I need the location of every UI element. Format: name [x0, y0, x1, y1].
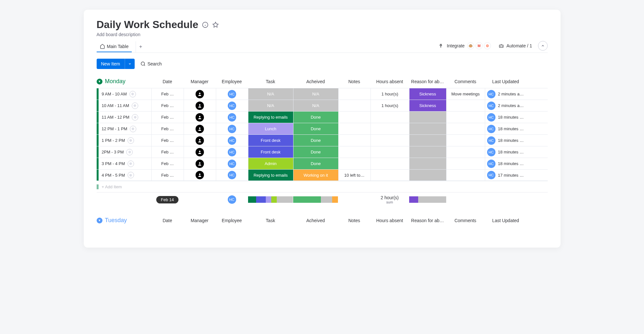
tab-main-table[interactable]: Main Table [97, 41, 132, 52]
reason-cell[interactable] [409, 112, 446, 123]
col-header-reason[interactable]: Reason for ab… [409, 79, 446, 84]
date-cell[interactable]: Feb … [151, 135, 184, 146]
date-cell[interactable]: Feb … [151, 123, 184, 134]
table-row[interactable]: 3 PM - 4 PM ⊕ Feb … HC Admin Done HC 18 … [97, 158, 548, 169]
info-icon[interactable] [202, 22, 208, 28]
task-cell[interactable]: Replying to emails [248, 170, 293, 181]
employee-cell[interactable]: HC [216, 100, 248, 111]
date-cell[interactable]: Feb … [151, 112, 184, 123]
last-updated-cell[interactable]: HC 18 minutes … [485, 112, 527, 123]
item-name-cell[interactable]: 4 PM - 5 PM ⊕ [97, 170, 151, 181]
item-name-cell[interactable]: 9 AM - 10 AM ⊕ [97, 88, 151, 100]
col-header-achieved[interactable]: Acheived [293, 79, 338, 84]
employee-cell[interactable]: HC [216, 135, 248, 146]
notes-cell[interactable] [338, 158, 370, 169]
group-name-cell[interactable]: ▾ Monday [97, 78, 151, 85]
collapse-button[interactable] [538, 41, 548, 51]
col-header-hours-absent[interactable]: Hours absent [370, 79, 409, 84]
manager-cell[interactable] [184, 112, 216, 123]
manager-cell[interactable] [184, 100, 216, 111]
col-header-comments[interactable]: Comments [446, 79, 485, 84]
new-item-button[interactable]: New Item [97, 59, 125, 69]
task-cell[interactable]: Front desk [248, 146, 293, 158]
achieved-cell[interactable]: Done [293, 123, 338, 134]
employee-cell[interactable]: HC [216, 112, 248, 123]
hours-absent-cell[interactable] [370, 158, 409, 169]
comments-cell[interactable] [446, 158, 485, 169]
reason-cell[interactable] [409, 170, 446, 181]
hours-absent-cell[interactable] [370, 146, 409, 158]
hours-absent-cell[interactable]: 1 hour(s) [370, 100, 409, 111]
reason-cell[interactable] [409, 123, 446, 134]
manager-cell[interactable] [184, 88, 216, 100]
col-header-comments[interactable]: Comments [446, 218, 485, 223]
automate-button[interactable]: Automate / 1 [497, 42, 534, 50]
expand-icon[interactable]: ⊕ [126, 149, 133, 155]
expand-icon[interactable]: ⊕ [132, 114, 138, 121]
comments-cell[interactable] [446, 170, 485, 181]
employee-cell[interactable]: HC [216, 170, 248, 181]
col-header-employee[interactable]: Employee [216, 79, 248, 84]
last-updated-cell[interactable]: HC 18 minutes … [485, 135, 527, 146]
hours-absent-cell[interactable] [370, 170, 409, 181]
table-row[interactable]: 1 PM - 2 PM ⊕ Feb … HC Front desk Done H… [97, 134, 548, 146]
task-cell[interactable]: Lunch [248, 123, 293, 134]
comments-cell[interactable]: Move meetings [446, 88, 485, 100]
col-header-reason[interactable]: Reason for ab… [409, 218, 446, 223]
col-header-manager[interactable]: Manager [184, 218, 216, 223]
item-name-cell[interactable]: 10 AM - 11 AM ⊕ [97, 100, 151, 111]
comments-cell[interactable] [446, 146, 485, 158]
date-cell[interactable]: Feb … [151, 158, 184, 169]
reason-cell[interactable] [409, 158, 446, 169]
task-cell[interactable]: Replying to emails [248, 112, 293, 123]
date-cell[interactable]: Feb … [151, 88, 184, 100]
item-name-cell[interactable]: 3 PM - 4 PM ⊕ [97, 158, 151, 169]
date-cell[interactable]: Feb … [151, 170, 184, 181]
task-cell[interactable]: N/A [248, 88, 293, 100]
notes-cell[interactable] [338, 88, 370, 100]
employee-cell[interactable]: HC [216, 88, 248, 100]
last-updated-cell[interactable]: HC 18 minutes … [485, 158, 527, 169]
expand-icon[interactable]: ⊕ [128, 161, 134, 167]
expand-icon[interactable]: ⊕ [130, 91, 136, 97]
table-row[interactable]: 4 PM - 5 PM ⊕ Feb … HC Replying to email… [97, 169, 548, 181]
employee-cell[interactable]: HC [216, 146, 248, 158]
last-updated-cell[interactable]: HC 18 minutes … [485, 146, 527, 158]
achieved-cell[interactable]: Done [293, 158, 338, 169]
star-icon[interactable] [212, 22, 219, 28]
expand-icon[interactable]: ⊕ [128, 137, 134, 144]
notes-cell[interactable] [338, 146, 370, 158]
table-row[interactable]: 10 AM - 11 AM ⊕ Feb … HC N/A N/A 1 hour(… [97, 100, 548, 111]
manager-cell[interactable] [184, 170, 216, 181]
col-header-task[interactable]: Task [248, 218, 293, 223]
col-header-hours-absent[interactable]: Hours absent [370, 218, 409, 223]
notes-cell[interactable] [338, 112, 370, 123]
hours-absent-cell[interactable] [370, 135, 409, 146]
new-item-dropdown[interactable] [125, 59, 135, 69]
employee-cell[interactable]: HC [216, 123, 248, 134]
expand-icon[interactable]: ⊕ [130, 126, 136, 132]
reason-cell[interactable]: Sickness [409, 88, 446, 100]
table-row[interactable]: 12 PM - 1 PM ⊕ Feb … HC Lunch Done HC 18… [97, 123, 548, 134]
last-updated-cell[interactable]: HC 2 minutes a… [485, 100, 527, 111]
reason-cell[interactable]: Sickness [409, 100, 446, 111]
hours-absent-cell[interactable] [370, 123, 409, 134]
search-button[interactable]: Search [140, 61, 162, 66]
task-cell[interactable]: Admin [248, 158, 293, 169]
table-row[interactable]: 11 AM - 12 PM ⊕ Feb … HC Replying to ema… [97, 111, 548, 123]
col-header-task[interactable]: Task [248, 79, 293, 84]
date-cell[interactable]: Feb … [151, 100, 184, 111]
comments-cell[interactable] [446, 112, 485, 123]
manager-cell[interactable] [184, 158, 216, 169]
task-cell[interactable]: Front desk [248, 135, 293, 146]
hours-absent-cell[interactable] [370, 112, 409, 123]
task-cell[interactable]: N/A [248, 100, 293, 111]
expand-icon[interactable]: ⊕ [128, 172, 134, 178]
col-header-manager[interactable]: Manager [184, 79, 216, 84]
manager-cell[interactable] [184, 135, 216, 146]
last-updated-cell[interactable]: HC 18 minutes … [485, 123, 527, 134]
notes-cell[interactable] [338, 135, 370, 146]
comments-cell[interactable] [446, 100, 485, 111]
achieved-cell[interactable]: N/A [293, 100, 338, 111]
integrate-button[interactable]: Integrate 🐵 M ⚙ [437, 41, 493, 51]
